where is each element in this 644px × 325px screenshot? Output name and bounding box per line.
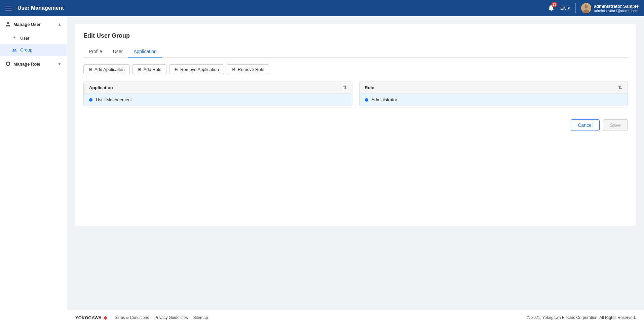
footer-brand: YOKOGAWA ◆	[75, 315, 107, 320]
footer-left: YOKOGAWA ◆ Terms & Conditions Privacy Gu…	[75, 315, 208, 320]
add-application-button[interactable]: ⊕ Add Application	[83, 64, 130, 74]
application-column-label: Application	[89, 85, 113, 90]
application-table: Application ⇅ User Management	[83, 81, 352, 106]
page-title: Edit User Group	[83, 32, 628, 39]
role-column-label: Role	[365, 85, 374, 90]
lang-label: EN	[560, 6, 566, 11]
notification-badge: 13	[552, 2, 557, 7]
manage-user-header[interactable]: Manage User ▲	[0, 16, 67, 32]
minus-circle-icon-2: ⊖	[232, 67, 236, 72]
privacy-link[interactable]: Privacy Guidelines	[154, 315, 188, 320]
role-row-label: Administrator	[372, 97, 397, 102]
chevron-down-icon: ▾	[568, 6, 570, 11]
remove-application-button[interactable]: ⊖ Remove Application	[169, 64, 224, 74]
role-icon	[5, 61, 11, 67]
main-content: Edit User Group Profile User Application	[67, 16, 644, 325]
user-name: administrator Sample	[594, 4, 639, 9]
manage-role-section: Manage Role ▼	[0, 56, 67, 72]
content-card: Edit User Group Profile User Application	[75, 24, 636, 226]
application-row-dot	[89, 98, 92, 102]
brand-name: YOKOGAWA	[75, 315, 102, 320]
notification-button[interactable]: 13	[547, 4, 555, 12]
manage-role-header[interactable]: Manage Role ▼	[0, 56, 67, 72]
add-role-label: Add Role	[144, 67, 161, 72]
main-layout: Manage User ▲ User Group	[0, 16, 644, 325]
remove-role-label: Remove Role	[238, 67, 264, 72]
tab-application[interactable]: Application	[128, 46, 162, 58]
sitemap-link[interactable]: Sitemap	[193, 315, 208, 320]
group-icon	[12, 48, 17, 52]
add-application-label: Add Application	[94, 67, 125, 72]
sidebar-user-label: User	[20, 36, 29, 41]
user-icon	[12, 36, 17, 41]
nav-right: 13 EN ▾ administrator Sample administrat…	[547, 3, 639, 13]
content-area: Edit User Group Profile User Application	[67, 16, 644, 310]
action-bar: ⊕ Add Application ⊕ Add Role ⊖ Remove Ap…	[83, 64, 628, 74]
hamburger-icon[interactable]	[5, 6, 12, 10]
cancel-button[interactable]: Cancel	[571, 119, 600, 131]
app-title: User Management	[17, 5, 64, 11]
person-icon	[5, 22, 11, 27]
remove-application-label: Remove Application	[180, 67, 219, 72]
user-email: administrator1@demo.com	[594, 9, 639, 13]
sidebar-item-group[interactable]: Group	[0, 44, 67, 56]
tab-profile-label: Profile	[89, 49, 102, 54]
sidebar: Manage User ▲ User Group	[0, 16, 67, 325]
save-button[interactable]: Save	[603, 119, 628, 131]
form-footer-buttons: Cancel Save	[83, 119, 628, 131]
page-footer: YOKOGAWA ◆ Terms & Conditions Privacy Gu…	[67, 310, 644, 325]
role-sort-icon[interactable]: ⇅	[618, 85, 622, 90]
role-row-dot	[365, 98, 368, 102]
copyright-text: © 2021, Yokogawa Electric Corporation. A…	[527, 315, 636, 320]
sidebar-group-label: Group	[20, 47, 32, 52]
manage-user-items: User Group	[0, 32, 67, 56]
role-row-1[interactable]: Administrator	[359, 94, 628, 106]
tab-bar: Profile User Application	[83, 46, 628, 58]
remove-role-button[interactable]: ⊖ Remove Role	[227, 64, 269, 74]
terms-link[interactable]: Terms & Conditions	[114, 315, 149, 320]
avatar	[581, 3, 591, 13]
plus-circle-icon-2: ⊕	[138, 67, 142, 72]
user-details: administrator Sample administrator1@demo…	[594, 4, 639, 13]
tab-user[interactable]: User	[108, 46, 128, 58]
manage-user-label: Manage User	[13, 22, 41, 27]
top-navigation: User Management 13 EN ▾ administrator Sa…	[0, 0, 644, 16]
avatar-image	[581, 3, 591, 13]
tab-application-label: Application	[134, 49, 157, 54]
application-row-1[interactable]: User Management	[84, 94, 352, 106]
minus-circle-icon-1: ⊖	[174, 67, 178, 72]
role-table: Role ⇅ Administrator	[359, 81, 628, 106]
user-profile[interactable]: administrator Sample administrator1@demo…	[575, 3, 639, 13]
role-table-header: Role ⇅	[359, 81, 628, 94]
tab-profile[interactable]: Profile	[83, 46, 108, 58]
application-row-label: User Management	[96, 97, 132, 102]
manage-user-title: Manage User	[5, 22, 41, 27]
plus-circle-icon-1: ⊕	[88, 67, 92, 72]
application-table-header: Application ⇅	[84, 81, 352, 94]
brand-diamond-icon: ◆	[104, 315, 107, 320]
add-role-button[interactable]: ⊕ Add Role	[132, 64, 166, 74]
nav-left: User Management	[5, 5, 64, 11]
tables-area: Application ⇅ User Management Role ⇅	[83, 81, 628, 106]
svg-point-1	[584, 5, 588, 8]
sidebar-item-user[interactable]: User	[0, 32, 67, 44]
language-selector[interactable]: EN ▾	[560, 6, 570, 11]
manage-user-chevron: ▲	[58, 22, 62, 27]
manage-role-chevron: ▼	[58, 62, 62, 66]
manage-role-title: Manage Role	[5, 61, 40, 67]
application-sort-icon[interactable]: ⇅	[343, 85, 347, 90]
footer-links: Terms & Conditions Privacy Guidelines Si…	[114, 315, 208, 320]
tab-user-label: User	[113, 49, 123, 54]
manage-role-label: Manage Role	[13, 62, 40, 67]
manage-user-section: Manage User ▲ User Group	[0, 16, 67, 56]
